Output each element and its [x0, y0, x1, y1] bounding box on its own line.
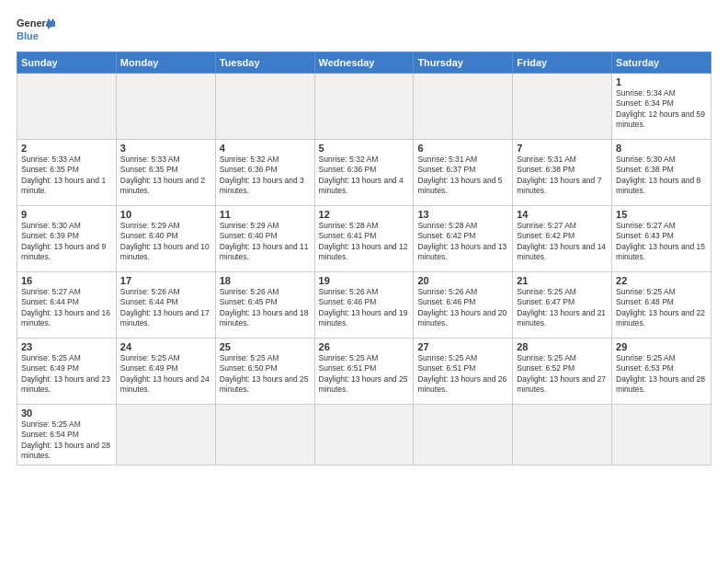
calendar-table: Sunday Monday Tuesday Wednesday Thursday… — [17, 52, 711, 465]
day-number: 20 — [417, 275, 508, 286]
table-row: 17Sunrise: 5:26 AM Sunset: 6:44 PM Dayli… — [116, 272, 215, 339]
day-info: Sunrise: 5:25 AM Sunset: 6:48 PM Dayligh… — [616, 287, 707, 329]
day-number: 30 — [21, 408, 112, 419]
day-info: Sunrise: 5:25 AM Sunset: 6:51 PM Dayligh… — [417, 353, 508, 396]
day-info: Sunrise: 5:27 AM Sunset: 6:43 PM Dayligh… — [616, 221, 707, 263]
table-row: 13Sunrise: 5:28 AM Sunset: 6:42 PM Dayli… — [414, 206, 513, 272]
table-row: 5Sunrise: 5:32 AM Sunset: 6:36 PM Daylig… — [314, 140, 414, 206]
table-row: 23Sunrise: 5:25 AM Sunset: 6:49 PM Dayli… — [17, 339, 117, 405]
table-row: 8Sunrise: 5:30 AM Sunset: 6:38 PM Daylig… — [612, 140, 711, 206]
table-row — [612, 405, 711, 465]
col-monday: Monday — [116, 52, 215, 74]
table-row: 20Sunrise: 5:26 AM Sunset: 6:46 PM Dayli… — [414, 272, 513, 339]
day-number: 25 — [220, 341, 311, 352]
day-number: 5 — [319, 143, 410, 154]
table-row — [513, 405, 612, 465]
table-row: 25Sunrise: 5:25 AM Sunset: 6:50 PM Dayli… — [215, 339, 314, 405]
col-wednesday: Wednesday — [314, 52, 414, 74]
day-number: 22 — [616, 275, 707, 286]
day-number: 27 — [417, 341, 508, 352]
day-info: Sunrise: 5:33 AM Sunset: 6:35 PM Dayligh… — [120, 155, 211, 197]
table-row: 9Sunrise: 5:30 AM Sunset: 6:39 PM Daylig… — [17, 206, 117, 272]
day-number: 9 — [21, 209, 112, 220]
table-row — [215, 405, 314, 465]
table-row: 27Sunrise: 5:25 AM Sunset: 6:51 PM Dayli… — [414, 339, 513, 405]
header: General Blue — [17, 15, 711, 44]
table-row — [414, 405, 513, 465]
table-row: 26Sunrise: 5:25 AM Sunset: 6:51 PM Dayli… — [314, 339, 414, 405]
day-number: 29 — [616, 341, 707, 352]
table-row: 4Sunrise: 5:32 AM Sunset: 6:36 PM Daylig… — [215, 140, 314, 206]
day-info: Sunrise: 5:25 AM Sunset: 6:53 PM Dayligh… — [616, 353, 707, 396]
day-number: 18 — [220, 275, 311, 286]
day-info: Sunrise: 5:25 AM Sunset: 6:54 PM Dayligh… — [21, 419, 112, 462]
table-row: 15Sunrise: 5:27 AM Sunset: 6:43 PM Dayli… — [612, 206, 711, 272]
day-number: 24 — [120, 341, 211, 352]
day-info: Sunrise: 5:34 AM Sunset: 6:34 PM Dayligh… — [616, 88, 707, 131]
table-row — [116, 74, 215, 140]
table-row: 3Sunrise: 5:33 AM Sunset: 6:35 PM Daylig… — [116, 140, 215, 206]
day-info: Sunrise: 5:32 AM Sunset: 6:36 PM Dayligh… — [220, 155, 311, 197]
table-row — [17, 74, 117, 140]
day-number: 10 — [120, 209, 211, 220]
table-row: 22Sunrise: 5:25 AM Sunset: 6:48 PM Dayli… — [612, 272, 711, 339]
day-number: 14 — [517, 209, 608, 220]
table-row: 19Sunrise: 5:26 AM Sunset: 6:46 PM Dayli… — [314, 272, 414, 339]
calendar-week-row: 16Sunrise: 5:27 AM Sunset: 6:44 PM Dayli… — [17, 272, 711, 339]
day-number: 21 — [517, 275, 608, 286]
day-info: Sunrise: 5:26 AM Sunset: 6:45 PM Dayligh… — [220, 287, 311, 329]
logo-svg: General Blue — [17, 15, 55, 44]
table-row: 6Sunrise: 5:31 AM Sunset: 6:37 PM Daylig… — [414, 140, 513, 206]
day-number: 23 — [21, 341, 112, 352]
svg-rect-3 — [48, 21, 55, 27]
day-number: 1 — [616, 76, 707, 87]
table-row: 7Sunrise: 5:31 AM Sunset: 6:38 PM Daylig… — [513, 140, 612, 206]
day-number: 8 — [616, 143, 707, 154]
table-row: 29Sunrise: 5:25 AM Sunset: 6:53 PM Dayli… — [612, 339, 711, 405]
col-thursday: Thursday — [414, 52, 513, 74]
day-number: 11 — [220, 209, 311, 220]
day-info: Sunrise: 5:28 AM Sunset: 6:41 PM Dayligh… — [319, 221, 410, 263]
day-number: 16 — [21, 275, 112, 286]
table-row: 24Sunrise: 5:25 AM Sunset: 6:49 PM Dayli… — [116, 339, 215, 405]
day-info: Sunrise: 5:25 AM Sunset: 6:47 PM Dayligh… — [517, 287, 608, 329]
day-number: 15 — [616, 209, 707, 220]
day-info: Sunrise: 5:25 AM Sunset: 6:49 PM Dayligh… — [120, 353, 211, 396]
day-number: 7 — [517, 143, 608, 154]
day-info: Sunrise: 5:25 AM Sunset: 6:52 PM Dayligh… — [517, 353, 608, 396]
day-info: Sunrise: 5:29 AM Sunset: 6:40 PM Dayligh… — [120, 221, 211, 263]
day-number: 6 — [417, 143, 508, 154]
day-info: Sunrise: 5:30 AM Sunset: 6:39 PM Dayligh… — [21, 221, 112, 263]
day-number: 19 — [319, 275, 410, 286]
day-info: Sunrise: 5:30 AM Sunset: 6:38 PM Dayligh… — [616, 155, 707, 197]
table-row — [215, 74, 314, 140]
table-row: 10Sunrise: 5:29 AM Sunset: 6:40 PM Dayli… — [116, 206, 215, 272]
table-row — [513, 74, 612, 140]
col-friday: Friday — [513, 52, 612, 74]
day-info: Sunrise: 5:27 AM Sunset: 6:42 PM Dayligh… — [517, 221, 608, 263]
day-number: 2 — [21, 143, 112, 154]
col-sunday: Sunday — [17, 52, 117, 74]
day-info: Sunrise: 5:25 AM Sunset: 6:51 PM Dayligh… — [319, 353, 410, 396]
day-info: Sunrise: 5:26 AM Sunset: 6:46 PM Dayligh… — [417, 287, 508, 329]
table-row: 14Sunrise: 5:27 AM Sunset: 6:42 PM Dayli… — [513, 206, 612, 272]
day-info: Sunrise: 5:25 AM Sunset: 6:50 PM Dayligh… — [220, 353, 311, 396]
day-number: 3 — [120, 143, 211, 154]
table-row — [116, 405, 215, 465]
table-row: 2Sunrise: 5:33 AM Sunset: 6:35 PM Daylig… — [17, 140, 117, 206]
table-row: 28Sunrise: 5:25 AM Sunset: 6:52 PM Dayli… — [513, 339, 612, 405]
table-row — [314, 74, 414, 140]
col-tuesday: Tuesday — [215, 52, 314, 74]
table-row: 11Sunrise: 5:29 AM Sunset: 6:40 PM Dayli… — [215, 206, 314, 272]
day-info: Sunrise: 5:32 AM Sunset: 6:36 PM Dayligh… — [319, 155, 410, 197]
day-number: 17 — [120, 275, 211, 286]
day-number: 12 — [319, 209, 410, 220]
day-info: Sunrise: 5:26 AM Sunset: 6:46 PM Dayligh… — [319, 287, 410, 329]
svg-text:Blue: Blue — [17, 30, 39, 41]
calendar-week-row: 1Sunrise: 5:34 AM Sunset: 6:34 PM Daylig… — [17, 74, 711, 140]
calendar-page: General Blue Sunday Monday Tuesday Wedne… — [0, 0, 728, 563]
day-info: Sunrise: 5:26 AM Sunset: 6:44 PM Dayligh… — [120, 287, 211, 329]
day-info: Sunrise: 5:27 AM Sunset: 6:44 PM Dayligh… — [21, 287, 112, 329]
day-info: Sunrise: 5:29 AM Sunset: 6:40 PM Dayligh… — [220, 221, 311, 263]
day-number: 4 — [220, 143, 311, 154]
